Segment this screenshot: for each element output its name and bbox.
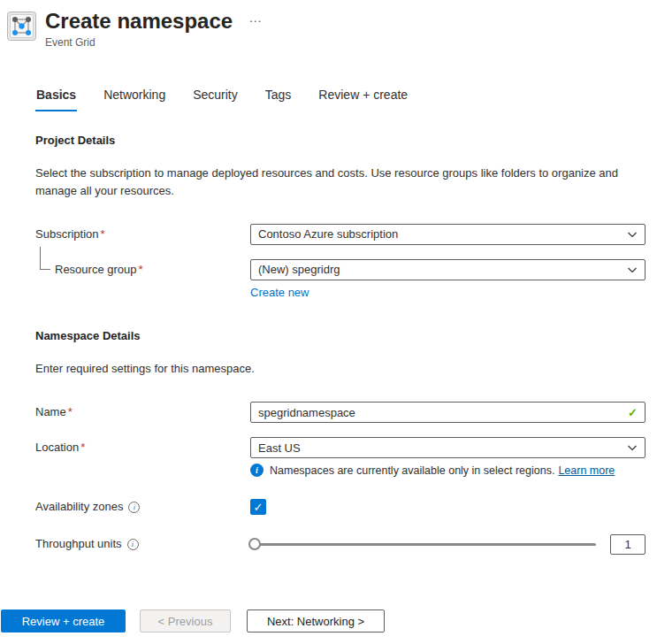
- resource-group-row: Resource group* (New) spegridrg Create n…: [35, 259, 646, 299]
- wizard-footer: Review + create < Previous Next: Network…: [1, 610, 385, 632]
- tab-review-create[interactable]: Review + create: [317, 88, 409, 111]
- name-input[interactable]: [258, 403, 621, 421]
- resource-group-dropdown[interactable]: (New) spegridrg: [250, 259, 646, 280]
- create-new-link[interactable]: Create new: [250, 286, 309, 299]
- resource-group-label: Resource group*: [35, 259, 250, 280]
- name-row: Name* ✓: [35, 402, 646, 423]
- subscription-value: Contoso Azure subscription: [258, 227, 398, 241]
- hierarchy-connector-line: [40, 247, 50, 270]
- location-value: East US: [258, 441, 301, 455]
- location-row: Location* East US: [35, 437, 646, 458]
- required-marker: *: [101, 227, 105, 241]
- tab-basics[interactable]: Basics: [35, 88, 77, 111]
- availability-zones-label: Availability zonesi: [35, 496, 250, 518]
- location-info-row: i Namespaces are currently available onl…: [35, 464, 646, 477]
- throughput-units-row: Throughput unitsi 1: [35, 533, 646, 555]
- chevron-down-icon: [627, 442, 638, 453]
- required-marker: *: [68, 405, 73, 418]
- location-dropdown[interactable]: East US: [250, 437, 646, 458]
- valid-check-icon: ✓: [628, 406, 638, 419]
- subscription-row: Subscription* Contoso Azure subscription: [35, 224, 646, 245]
- name-label: Name*: [35, 402, 250, 423]
- tab-networking[interactable]: Networking: [103, 88, 166, 111]
- wizard-tabs: Basics Networking Security Tags Review +…: [35, 88, 657, 111]
- tooltip-info-icon[interactable]: i: [127, 539, 139, 550]
- throughput-slider-thumb[interactable]: [248, 538, 261, 550]
- name-field: ✓: [250, 402, 646, 423]
- subscription-label: Subscription*: [35, 224, 250, 245]
- resource-group-value: (New) spegridrg: [258, 263, 340, 276]
- location-info-text: Namespaces are currently available only …: [270, 464, 554, 477]
- page-title: Create namespace: [45, 9, 233, 34]
- project-details-description: Select the subscription to manage deploy…: [35, 165, 621, 200]
- page-subtitle: Event Grid: [45, 36, 264, 49]
- previous-button[interactable]: < Previous: [140, 610, 231, 632]
- review-create-button[interactable]: Review + create: [1, 610, 126, 632]
- throughput-units-label: Throughput unitsi: [35, 533, 250, 555]
- tooltip-info-icon[interactable]: i: [128, 502, 140, 513]
- tab-tags[interactable]: Tags: [264, 88, 293, 111]
- required-marker: *: [139, 263, 143, 276]
- event-grid-icon: [7, 12, 36, 41]
- next-networking-button[interactable]: Next: Networking >: [247, 610, 385, 632]
- page-header: Create namespace … Event Grid: [0, 0, 657, 49]
- required-marker: *: [80, 441, 85, 454]
- namespace-details-heading: Namespace Details: [35, 329, 646, 342]
- more-options-button[interactable]: …: [248, 11, 264, 24]
- availability-zones-row: Availability zonesi ✓: [35, 496, 646, 518]
- chevron-down-icon: [627, 229, 638, 240]
- location-label: Location*: [35, 437, 250, 458]
- namespace-details-description: Enter required settings for this namespa…: [35, 360, 621, 378]
- tab-security[interactable]: Security: [192, 88, 239, 111]
- checkbox-check-icon: ✓: [254, 501, 264, 514]
- throughput-slider-track[interactable]: [250, 543, 596, 546]
- throughput-value-field[interactable]: 1: [610, 534, 646, 555]
- chevron-down-icon: [627, 264, 638, 275]
- info-icon: i: [250, 464, 264, 477]
- availability-zones-checkbox[interactable]: ✓: [250, 499, 266, 515]
- learn-more-link[interactable]: Learn more: [558, 464, 615, 477]
- subscription-dropdown[interactable]: Contoso Azure subscription: [250, 224, 646, 245]
- project-details-heading: Project Details: [35, 134, 646, 147]
